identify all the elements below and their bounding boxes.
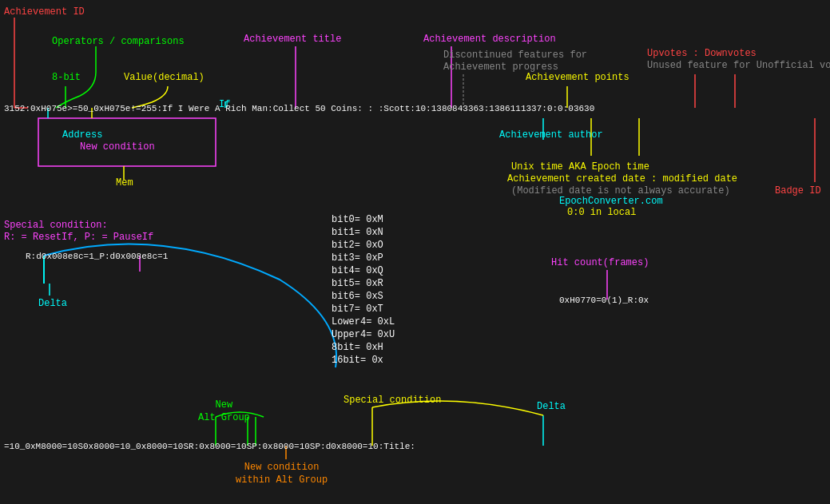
upvotes-downvotes-label: Upvotes : Downvotes [647,48,757,61]
achievement-dates-label: Achievement created date : modified date [507,173,737,186]
lower4-label: Lower4= 0xL [332,316,395,329]
achievement-title-label: Achievement title [244,34,341,46]
eightbit-label: 8bit= 0xH [332,342,383,355]
alt-code-line: =10_0xM8000=10S0x8000=10_0x8000=10SR:0x8… [4,442,415,451]
hit-code-line: 0xH0770=0(1)_R:0x [559,296,649,305]
discontinued-label: Discontinued features for [443,50,587,62]
zero-local-label: 0:0 in local [567,207,636,220]
eight-bit-label: 8-bit [52,72,81,85]
delta-label-2: Delta [537,401,566,414]
bit2-label: bit2= 0xO [332,240,383,252]
unix-time-label: Unix time AKA Epoch time [511,161,649,174]
value-decimal-label: Value(decimal) [124,72,205,85]
new-condition-alt-label: New conditionwithin Alt Group [236,462,328,486]
new-condition-label: New condition [80,141,155,154]
main-code-line: 3152:0xH075e>=50_0xH075e!=255:If I Were … [4,104,594,113]
bit0-label: bit0= 0xM [332,214,383,227]
achievement-points-label: Achievement points [526,72,629,85]
badge-id-label: Badge ID [775,185,821,198]
reset-pause-label: R: = ResetIf, P: = PauseIf [4,232,153,244]
bit3-label: bit3= 0xP [332,252,383,265]
bit5-label: bit5= 0xR [332,278,383,291]
bit1-label: bit1= 0xN [332,227,383,240]
bit4-label: bit4= 0xQ [332,265,383,278]
upper4-label: Upper4= 0xU [332,329,395,342]
unused-feature-label: Unused feature for Unofficial voting [647,60,830,73]
achievement-desc-label: Achievement description [423,34,556,46]
bit6-label: bit6= 0xS [332,291,383,304]
new-alt-group-label: NewAlt Group [198,399,250,424]
special-condition-label: Special condition: [4,220,108,232]
special-condition-2-label: Special condition [344,395,441,407]
sixteenbit-label: 16bit= 0x [332,355,383,367]
hit-count-label: Hit count(frames) [551,257,649,270]
delta-label-1: Delta [38,298,67,311]
mem-label: Mem [116,177,133,190]
achievement-id-label: Achievement ID [4,6,85,19]
bit7-label: bit7= 0xT [332,304,383,316]
achievement-author-label: Achievement author [499,129,603,142]
address-label: Address [62,129,102,142]
special-code-line: R:d0x008e8c=1_P:d0x008e8c=1 [26,252,168,261]
operators-label: Operators / comparisons [52,36,185,49]
